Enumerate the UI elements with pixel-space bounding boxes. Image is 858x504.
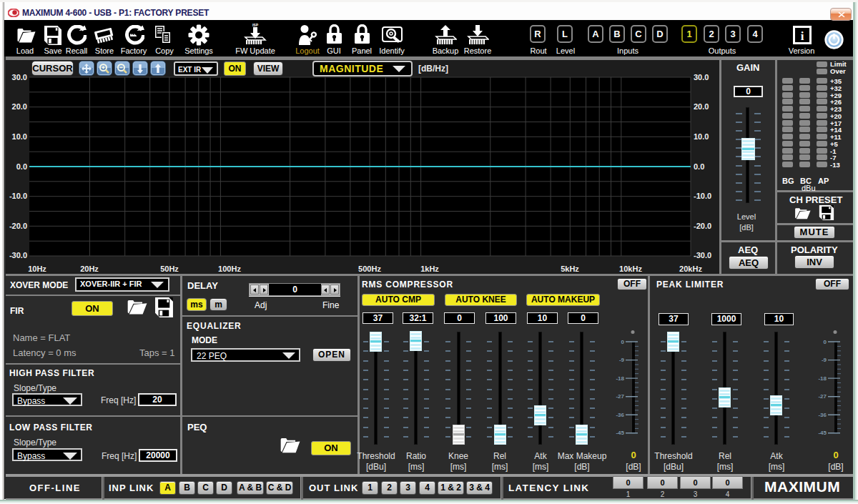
svg-text:-10.0: -10.0 <box>9 192 27 200</box>
svg-text:-27: -27 <box>818 393 827 400</box>
svg-text:-45: -45 <box>818 430 827 436</box>
svg-text:30.0: 30.0 <box>694 73 709 81</box>
svg-text:-36: -36 <box>616 412 624 418</box>
svg-text:10kHz: 10kHz <box>619 265 642 273</box>
svg-text:-18: -18 <box>818 375 827 382</box>
svg-text:50Hz: 50Hz <box>160 265 179 273</box>
svg-text:1kHz: 1kHz <box>420 265 439 273</box>
svg-text:-27: -27 <box>616 393 624 400</box>
svg-text:-20.0: -20.0 <box>694 222 711 230</box>
svg-text:-45: -45 <box>616 430 624 436</box>
svg-text:30.0: 30.0 <box>12 73 27 81</box>
svg-text:10.0: 10.0 <box>694 132 709 141</box>
svg-text:-10.0: -10.0 <box>694 192 711 200</box>
svg-text:20.0: 20.0 <box>12 102 27 111</box>
svg-text:-36: -36 <box>818 412 827 418</box>
svg-text:-30.0: -30.0 <box>9 251 27 260</box>
svg-text:-9: -9 <box>619 357 625 363</box>
svg-text:0.0: 0.0 <box>16 162 27 171</box>
svg-text:10.0: 10.0 <box>12 132 27 141</box>
svg-text:20Hz: 20Hz <box>80 265 99 273</box>
svg-text:500Hz: 500Hz <box>358 265 381 273</box>
svg-text:5kHz: 5kHz <box>561 265 579 273</box>
svg-text:10Hz: 10Hz <box>28 265 46 273</box>
svg-text:-9: -9 <box>822 357 827 363</box>
svg-text:-30.0: -30.0 <box>694 251 711 260</box>
svg-text:20kHz: 20kHz <box>679 265 702 273</box>
svg-text:100Hz: 100Hz <box>218 265 241 273</box>
svg-text:0.0: 0.0 <box>694 162 704 171</box>
svg-text:0: 0 <box>824 339 827 345</box>
svg-text:20.0: 20.0 <box>694 102 709 111</box>
svg-text:-20.0: -20.0 <box>9 222 27 230</box>
svg-text:0: 0 <box>621 339 625 345</box>
svg-text:-18: -18 <box>616 375 624 382</box>
